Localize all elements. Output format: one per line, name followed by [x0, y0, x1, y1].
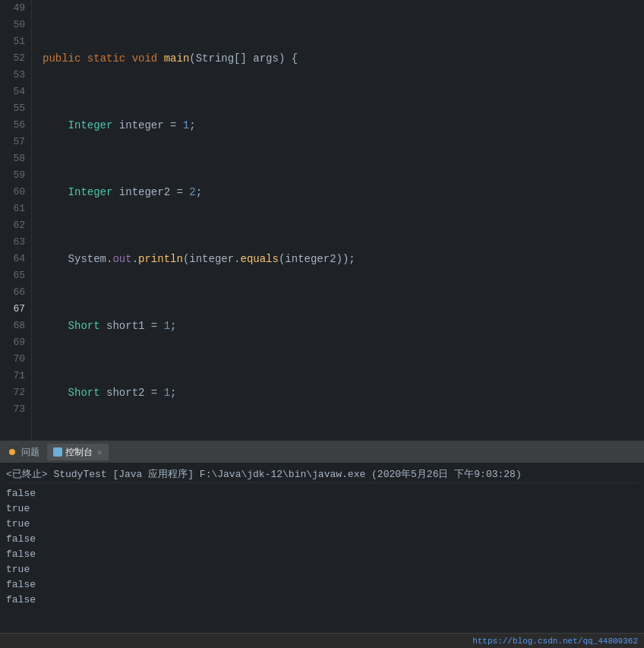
code-content[interactable]: public static void main(String[] args) {…	[32, 0, 644, 441]
console-output-line-6: true	[6, 562, 638, 577]
line-numbers: 49 50 51 52 53 54 55 56 57 58 59 60 61 6…	[0, 0, 32, 441]
ln-49: 49	[6, 0, 25, 17]
ln-62: 62	[6, 217, 25, 234]
ln-60: 60	[6, 184, 25, 201]
ln-57: 57	[6, 134, 25, 150]
bottom-panel: 问题 控制台 ✕ <已终止> StudyTest [Java 应用程序] F:\…	[0, 441, 644, 648]
console-output-line-1: false	[6, 486, 638, 501]
ln-61: 61	[6, 201, 25, 217]
code-line-49: public static void main(String[] args) {	[39, 50, 644, 67]
ln-52: 52	[6, 50, 25, 67]
ln-70: 70	[6, 351, 25, 368]
console-output-line-7: false	[6, 577, 638, 593]
tab-close-button[interactable]: ✕	[97, 447, 103, 457]
code-line-54: Short short2 = 1;	[39, 384, 644, 401]
console-output-line-5: false	[6, 547, 638, 562]
editor-area: 49 50 51 52 53 54 55 56 57 58 59 60 61 6…	[0, 0, 644, 441]
ln-67: 67	[6, 301, 25, 318]
tab-console-label: 控制台	[65, 446, 93, 459]
console-output: <已终止> StudyTest [Java 应用程序] F:\Java\jdk-…	[0, 463, 644, 633]
ln-51: 51	[6, 33, 25, 50]
status-bar: https://blog.csdn.net/qq_44809362	[0, 633, 644, 648]
ln-68: 68	[6, 318, 25, 334]
ln-56: 56	[6, 117, 25, 134]
code-container: 49 50 51 52 53 54 55 56 57 58 59 60 61 6…	[0, 0, 644, 441]
ln-65: 65	[6, 267, 25, 284]
ln-73: 73	[6, 401, 25, 418]
console-icon	[53, 447, 62, 457]
ln-53: 53	[6, 67, 25, 84]
status-link[interactable]: https://blog.csdn.net/qq_44809362	[472, 637, 638, 646]
ln-66: 66	[6, 284, 25, 301]
code-line-51: Integer integer2 = 2;	[39, 184, 644, 201]
ln-55: 55	[6, 100, 25, 117]
tab-problems[interactable]: 问题	[3, 444, 46, 460]
ln-58: 58	[6, 150, 25, 167]
tab-problems-label: 问题	[21, 446, 39, 459]
ln-59: 59	[6, 167, 25, 184]
ln-64: 64	[6, 251, 25, 267]
console-output-line-3: true	[6, 517, 638, 532]
ln-72: 72	[6, 384, 25, 401]
ln-71: 71	[6, 368, 25, 384]
console-status: <已终止> StudyTest [Java 应用程序] F:\Java\jdk-…	[6, 466, 638, 483]
warning-icon	[9, 449, 15, 455]
code-line-50: Integer integer = 1;	[39, 117, 644, 134]
tab-console[interactable]: 控制台 ✕	[47, 444, 109, 460]
ln-69: 69	[6, 334, 25, 351]
code-line-52: System.out.println(integer.equals(intege…	[39, 251, 644, 267]
ln-54: 54	[6, 84, 25, 100]
console-output-line-2: true	[6, 501, 638, 517]
console-output-line-8: false	[6, 593, 638, 608]
tab-bar: 问题 控制台 ✕	[0, 441, 644, 463]
ln-50: 50	[6, 17, 25, 33]
ln-63: 63	[6, 234, 25, 251]
console-output-line-4: false	[6, 532, 638, 547]
code-line-53: Short short1 = 1;	[39, 318, 644, 334]
